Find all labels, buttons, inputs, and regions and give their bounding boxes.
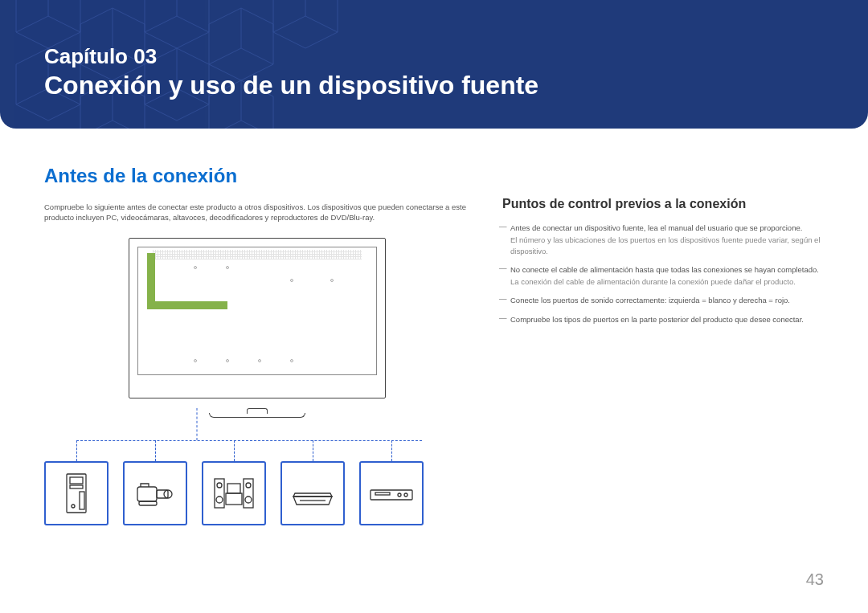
tip-sub-text: La conexión del cable de alimentación du… bbox=[510, 276, 824, 287]
tip-main-text: No conecte el cable de alimentación hast… bbox=[510, 265, 819, 274]
tips-list: Antes de conectar un dispositivo fuente,… bbox=[502, 223, 824, 325]
tip-item: No conecte el cable de alimentación hast… bbox=[502, 264, 824, 288]
tip-main-text: Compruebe los tipos de puertos en la par… bbox=[510, 315, 804, 324]
svg-rect-15 bbox=[226, 493, 242, 505]
subheading: Puntos de control previos a la conexión bbox=[502, 197, 824, 211]
stereo-speakers-icon bbox=[202, 461, 266, 525]
svg-point-4 bbox=[72, 505, 75, 508]
svg-point-21 bbox=[404, 493, 407, 497]
svg-rect-8 bbox=[139, 501, 157, 505]
tip-main-text: Antes de conectar un dispositivo fuente,… bbox=[510, 223, 802, 232]
dvd-player-icon bbox=[359, 461, 424, 525]
tip-item: Conecte los puertos de sonido correctame… bbox=[502, 295, 824, 305]
pc-tower-icon bbox=[44, 461, 108, 525]
svg-point-10 bbox=[217, 483, 222, 488]
intro-paragraph: Compruebe lo siguiente antes de conectar… bbox=[44, 202, 470, 223]
svg-point-20 bbox=[398, 493, 401, 497]
tip-item: Compruebe los tipos de puertos en la par… bbox=[502, 314, 824, 325]
svg-rect-5 bbox=[137, 487, 157, 501]
chapter-title: Conexión y uso de un dispositivo fuente bbox=[44, 71, 538, 100]
tip-item: Antes de conectar un dispositivo fuente,… bbox=[502, 223, 824, 256]
svg-rect-16 bbox=[227, 484, 240, 493]
monitor-rear-illustration bbox=[129, 238, 386, 398]
svg-rect-2 bbox=[70, 485, 83, 488]
tip-main-text: Conecte los puertos de sonido correctame… bbox=[510, 296, 790, 304]
svg-point-14 bbox=[245, 497, 252, 503]
svg-rect-6 bbox=[157, 490, 168, 498]
settop-box-icon bbox=[280, 461, 345, 525]
tip-sub-text: El número y las ubicaciones de los puert… bbox=[510, 235, 824, 256]
svg-point-13 bbox=[246, 483, 251, 488]
svg-rect-1 bbox=[70, 477, 83, 484]
chapter-banner: Capítulo 03 Conexión y uso de un disposi… bbox=[0, 0, 868, 129]
page-number: 43 bbox=[806, 570, 824, 589]
section-heading: Antes de la conexión bbox=[44, 165, 470, 187]
chapter-label: Capítulo 03 bbox=[44, 44, 538, 69]
svg-point-11 bbox=[216, 497, 223, 503]
svg-rect-19 bbox=[375, 492, 390, 495]
connection-diagram bbox=[44, 238, 470, 531]
svg-rect-3 bbox=[80, 492, 84, 509]
camcorder-icon bbox=[123, 461, 187, 525]
